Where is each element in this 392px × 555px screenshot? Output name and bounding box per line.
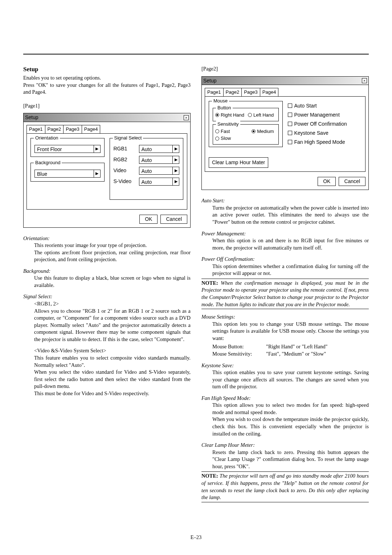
mouse-button-fieldset: Button Right Hand Left Hand	[213, 108, 279, 121]
keystone-save-text: This option enables you to save your cur…	[212, 369, 369, 390]
signal-svideo-dropdown[interactable]: Auto ▶	[139, 178, 180, 186]
background-dropdown[interactable]: Blue ▶	[34, 170, 101, 178]
power-off-heading: Power Off Confirmation:	[201, 256, 369, 263]
signal-video-dropdown[interactable]: Auto ▶	[139, 167, 180, 175]
orientation-fieldset: Orientation Front Floor ▶	[30, 138, 105, 157]
signal-p3: When you select the video standard for V…	[34, 369, 191, 390]
ok-button[interactable]: OK	[318, 177, 336, 186]
check-label: Power Off Confirmation	[294, 121, 347, 127]
tab-page3[interactable]: Page3	[241, 88, 260, 96]
dropdown-icon[interactable]: ▶	[172, 156, 179, 163]
kv-value: "Fast", "Medium" or "Slow"	[266, 351, 326, 358]
orientation-dropdown[interactable]: Front Floor ▶	[34, 145, 101, 153]
setup-dialog-page2: Setup × Page1 Page2 Page3 Page4 Mouse Bu…	[201, 76, 369, 190]
signal-svideo-value: Auto	[139, 178, 173, 185]
mouse-sensitivity-kv: Mouse Sensitivity: "Fast", "Medium" or "…	[212, 351, 369, 358]
radio-label: Medium	[257, 128, 274, 135]
signal-select-fieldset: Signal Select RGB1 Auto ▶ RGB2	[110, 138, 184, 200]
clear-lamp-hour-button[interactable]: Clear Lamp Hour Mater	[209, 157, 268, 168]
dialog-title: Setup	[25, 114, 38, 121]
signal-select-legend: Signal Select	[113, 135, 143, 141]
clear-lamp-heading: Clear Lamp Hour Meter:	[201, 442, 369, 449]
signal-sub2: <Video &S-Video System Select>	[34, 347, 191, 355]
check-keystone-save[interactable]: Keystone Save	[288, 130, 362, 137]
tab-page3[interactable]: Page3	[63, 125, 82, 133]
power-off-text: This option determines whether a confirm…	[212, 263, 369, 277]
orientation-text2: The options are:front floor projection, …	[34, 249, 191, 263]
clear-lamp-text: Resets the lamp clock back to zero. Pres…	[212, 449, 369, 470]
check-power-management[interactable]: Power Management	[288, 112, 362, 118]
orientation-text1: This reorients your image for your type …	[34, 242, 191, 249]
signal-svideo-label: S-Video	[114, 178, 135, 185]
dropdown-icon[interactable]: ▶	[172, 167, 179, 174]
clear-lamp-note: NOTE: The projector will turn off and go…	[201, 471, 369, 502]
mouse-sensitivity-fieldset: Sensitivity Fast Medium Slow	[213, 124, 279, 145]
check-label: Fan High Speed Mode	[294, 139, 345, 146]
dropdown-icon[interactable]: ▶	[94, 170, 100, 177]
background-fieldset: Background Blue ▶	[30, 163, 105, 182]
fan-high-speed-heading: Fan High Speed Mode:	[201, 395, 369, 402]
section-heading: Setup	[23, 65, 191, 74]
radio-slow[interactable]: Slow	[215, 135, 231, 142]
kv-key: Mouse Sensitivity:	[212, 351, 263, 358]
kv-key: Mouse Button:	[212, 343, 263, 351]
radio-label: Left Hand	[253, 112, 274, 118]
signal-rgb1-dropdown[interactable]: Auto ▶	[139, 145, 180, 153]
radio-label: Slow	[221, 135, 231, 142]
signal-rgb2-dropdown[interactable]: Auto ▶	[139, 156, 180, 164]
dropdown-icon[interactable]: ▶	[94, 145, 100, 153]
mouse-settings-heading: Mouse Settings:	[201, 313, 369, 321]
tab-page1[interactable]: Page1	[26, 125, 45, 133]
dropdown-icon[interactable]: ▶	[172, 178, 179, 185]
auto-start-heading: Auto Start:	[201, 197, 369, 204]
power-off-note: NOTE: When the confirmation message is d…	[201, 279, 369, 309]
dialog-title: Setup	[203, 77, 217, 84]
orientation-value: Front Floor	[35, 145, 94, 153]
check-label: Keystone Save	[294, 130, 328, 137]
radio-medium[interactable]: Medium	[252, 128, 274, 135]
ok-button[interactable]: OK	[139, 215, 158, 224]
radio-right-hand[interactable]: Right Hand	[215, 112, 244, 118]
tab-page4[interactable]: Page4	[82, 125, 101, 133]
background-heading: Background:	[23, 268, 191, 275]
orientation-legend: Orientation	[34, 135, 60, 141]
background-text: Use this feature to display a black, blu…	[34, 275, 191, 289]
check-auto-start[interactable]: Auto Start	[288, 102, 362, 109]
page1-label: [Page1]	[23, 102, 191, 110]
tab-page2[interactable]: Page2	[45, 125, 64, 133]
kv-value: "Right Hand" or "Left Hand"	[266, 343, 327, 351]
signal-rgb1-value: Auto	[139, 145, 173, 153]
signal-p2: This feature enables you to select compo…	[34, 355, 191, 369]
tab-page1[interactable]: Page1	[205, 88, 224, 96]
mouse-legend: Mouse	[212, 98, 229, 104]
signal-rgb1-label: RGB1	[114, 145, 135, 152]
radio-left-hand[interactable]: Left Hand	[248, 112, 274, 118]
check-power-off-confirmation[interactable]: Power Off Confirmation	[288, 121, 362, 127]
close-icon[interactable]: ×	[362, 78, 367, 83]
mouse-button-legend: Button	[216, 105, 233, 111]
mouse-button-kv: Mouse Button: "Right Hand" or "Left Hand…	[212, 343, 369, 351]
check-label: Auto Start	[294, 102, 317, 109]
orientation-heading: Orientation:	[23, 235, 191, 242]
tab-page4[interactable]: Page4	[260, 88, 279, 96]
fan-high-speed-text1: This option allows you to select two mod…	[212, 402, 369, 416]
radio-label: Right Hand	[221, 112, 244, 118]
power-mgmt-text: When this option is on and there is no R…	[212, 237, 369, 251]
dropdown-icon[interactable]: ▶	[172, 145, 179, 153]
signal-rgb2-label: RGB2	[114, 156, 135, 163]
cancel-button[interactable]: Cancel	[160, 215, 187, 224]
tab-page2[interactable]: Page2	[223, 88, 242, 96]
mouse-sensitivity-legend: Sensitivity	[216, 121, 240, 127]
note-strong: NOTE:	[201, 473, 218, 479]
radio-fast[interactable]: Fast	[215, 128, 230, 135]
cancel-button[interactable]: Cancel	[339, 177, 366, 186]
signal-p1: Allows you to choose "RGB 1 or 2" for an…	[34, 308, 191, 343]
close-icon[interactable]: ×	[184, 115, 189, 120]
background-legend: Background	[34, 159, 62, 166]
mouse-settings-text: This option lets you to change your USB …	[212, 321, 369, 342]
intro-text: Enables you to set operating options.	[23, 74, 191, 82]
check-label: Power Management	[294, 112, 340, 118]
signal-video-value: Auto	[139, 167, 173, 174]
background-value: Blue	[35, 170, 94, 177]
check-fan-high-speed[interactable]: Fan High Speed Mode	[288, 139, 362, 146]
